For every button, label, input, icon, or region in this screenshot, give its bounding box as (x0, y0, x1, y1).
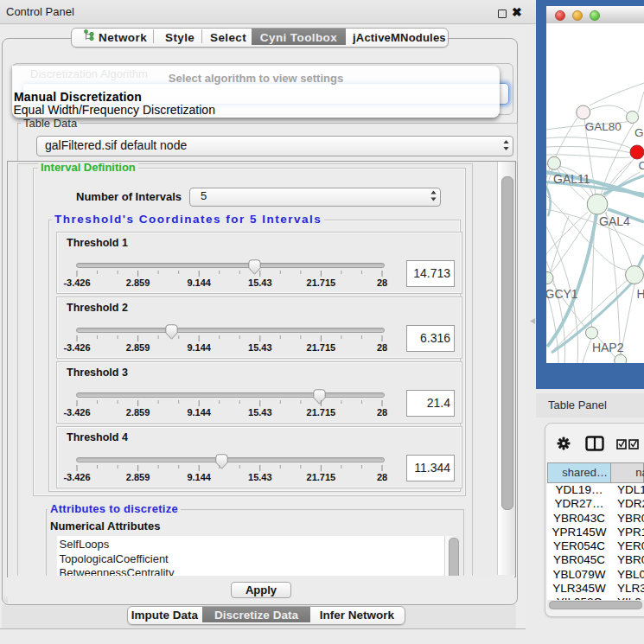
svg-text:G.: G. (634, 126, 644, 139)
svg-text:GAL4: GAL4 (599, 214, 630, 228)
svg-text:GCY1: GCY1 (546, 287, 578, 301)
svg-text:C: C (639, 159, 644, 172)
svg-text:H: H (637, 287, 644, 301)
svg-text:HAP2: HAP2 (592, 341, 624, 354)
svg-text:GAL11: GAL11 (553, 172, 590, 186)
svg-text:GAL80: GAL80 (585, 120, 622, 133)
